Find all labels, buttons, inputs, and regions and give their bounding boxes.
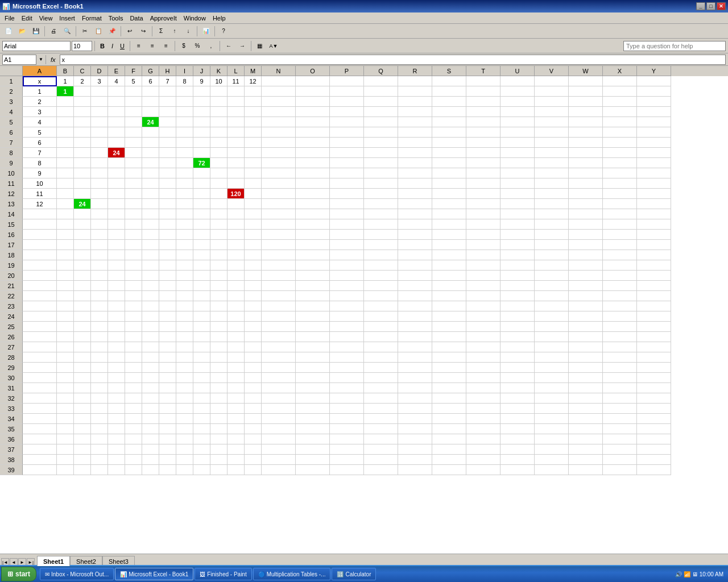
cell-N38[interactable] [262, 455, 296, 465]
cell-F3[interactable] [125, 97, 142, 107]
cell-T11[interactable] [466, 178, 500, 189]
cell-C11[interactable] [74, 178, 91, 189]
cell-F39[interactable] [125, 465, 142, 475]
cell-L12[interactable]: 120 [228, 189, 245, 199]
cell-Q5[interactable] [364, 117, 398, 127]
cell-Y2[interactable] [637, 86, 671, 97]
row-number-10[interactable]: 10 [0, 168, 23, 178]
cell-I23[interactable] [176, 301, 193, 311]
cell-D15[interactable] [91, 219, 108, 230]
cell-B9[interactable] [57, 158, 74, 168]
cell-E25[interactable] [108, 322, 125, 332]
cell-L37[interactable] [228, 444, 245, 455]
cell-M16[interactable] [245, 230, 262, 240]
cell-I38[interactable] [176, 455, 193, 465]
cell-S9[interactable] [432, 158, 466, 168]
cell-R17[interactable] [398, 240, 432, 250]
taskbar-item-0[interactable]: ✉Inbox - Microsoft Out... [40, 568, 114, 580]
cell-R15[interactable] [398, 219, 432, 230]
cell-T8[interactable] [466, 148, 500, 158]
cell-X13[interactable] [603, 199, 637, 209]
sheet-tab-sheet1[interactable]: Sheet1 [37, 556, 70, 566]
cell-C10[interactable] [74, 168, 91, 178]
cell-V36[interactable] [535, 434, 569, 444]
cell-L9[interactable] [228, 158, 245, 168]
cell-Q36[interactable] [364, 434, 398, 444]
cell-V32[interactable] [535, 393, 569, 404]
cell-E19[interactable] [108, 260, 125, 271]
cell-C38[interactable] [74, 455, 91, 465]
cell-T39[interactable] [466, 465, 500, 475]
redo-btn[interactable]: ↪ [137, 25, 150, 38]
cell-O16[interactable] [296, 230, 330, 240]
cell-T26[interactable] [466, 332, 500, 342]
cell-D21[interactable] [91, 281, 108, 291]
cell-F33[interactable] [125, 404, 142, 414]
cell-Q33[interactable] [364, 404, 398, 414]
cell-K4[interactable] [210, 107, 228, 117]
cut-btn[interactable]: ✂ [78, 25, 91, 38]
cell-U6[interactable] [500, 127, 535, 138]
row-number-34[interactable]: 34 [0, 414, 23, 424]
cell-R6[interactable] [398, 127, 432, 138]
sort-desc-btn[interactable]: ↓ [182, 25, 195, 38]
cell-P28[interactable] [330, 352, 364, 363]
cell-R12[interactable] [398, 189, 432, 199]
cell-O37[interactable] [296, 444, 330, 455]
cell-I35[interactable] [176, 424, 193, 434]
cell-T24[interactable] [466, 311, 500, 322]
cell-O18[interactable] [296, 250, 330, 260]
cell-J20[interactable] [193, 271, 210, 281]
cell-S16[interactable] [432, 230, 466, 240]
cell-A11[interactable]: 10 [23, 178, 57, 189]
align-right-btn[interactable]: ≡ [160, 40, 172, 52]
cell-B3[interactable] [57, 97, 74, 107]
cell-A32[interactable] [23, 393, 57, 404]
row-number-33[interactable]: 33 [0, 404, 23, 414]
row-number-30[interactable]: 30 [0, 373, 23, 383]
cell-T5[interactable] [466, 117, 500, 127]
cell-K29[interactable] [210, 363, 228, 373]
cell-K8[interactable] [210, 148, 228, 158]
cell-H3[interactable] [159, 97, 176, 107]
cell-K6[interactable] [210, 127, 228, 138]
cell-Q39[interactable] [364, 465, 398, 475]
cell-D8[interactable] [91, 148, 108, 158]
cell-O5[interactable] [296, 117, 330, 127]
cell-I9[interactable] [176, 158, 193, 168]
cell-T20[interactable] [466, 271, 500, 281]
cell-C12[interactable] [74, 189, 91, 199]
cell-M23[interactable] [245, 301, 262, 311]
cell-K33[interactable] [210, 404, 228, 414]
cell-S11[interactable] [432, 178, 466, 189]
cell-K21[interactable] [210, 281, 228, 291]
cell-U25[interactable] [500, 322, 535, 332]
cell-I28[interactable] [176, 352, 193, 363]
cell-M5[interactable] [245, 117, 262, 127]
copy-btn[interactable]: 📋 [92, 25, 105, 38]
cell-D18[interactable] [91, 250, 108, 260]
cell-A35[interactable] [23, 424, 57, 434]
cell-E10[interactable] [108, 168, 125, 178]
cell-G38[interactable] [142, 455, 159, 465]
cell-O39[interactable] [296, 465, 330, 475]
cell-O3[interactable] [296, 97, 330, 107]
col-header-M[interactable]: M [245, 66, 262, 76]
cell-F35[interactable] [125, 424, 142, 434]
row-number-36[interactable]: 36 [0, 434, 23, 444]
cell-G1[interactable]: 6 [142, 76, 159, 86]
cell-E18[interactable] [108, 250, 125, 260]
cell-K1[interactable]: 10 [210, 76, 228, 86]
cell-T12[interactable] [466, 189, 500, 199]
cell-Y29[interactable] [637, 363, 671, 373]
cell-L7[interactable] [228, 138, 245, 148]
cell-M7[interactable] [245, 138, 262, 148]
cell-M9[interactable] [245, 158, 262, 168]
cell-W1[interactable] [569, 76, 603, 86]
cell-D4[interactable] [91, 107, 108, 117]
row-number-39[interactable]: 39 [0, 465, 23, 475]
cell-N25[interactable] [262, 322, 296, 332]
cell-T33[interactable] [466, 404, 500, 414]
cell-F4[interactable] [125, 107, 142, 117]
minimize-btn[interactable]: _ [696, 2, 705, 10]
